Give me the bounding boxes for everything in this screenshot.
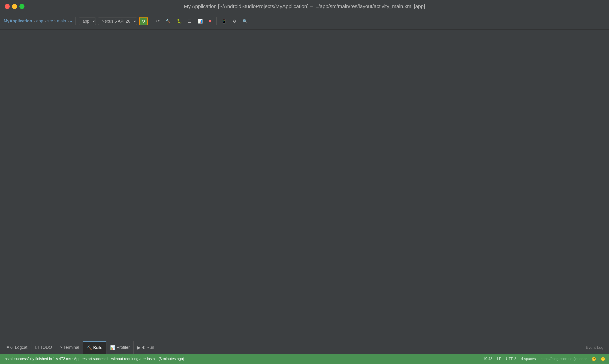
logcat-label: 6: Logcat (10, 345, 27, 350)
status-indent: 4 spaces (521, 357, 536, 361)
maximize-button[interactable] (19, 4, 25, 9)
toolbar-separator-3 (216, 17, 217, 25)
build-tool-icon: 🔨 (87, 345, 92, 351)
todo-icon: ☑ (35, 345, 39, 350)
breadcrumb-item-src[interactable]: src (47, 19, 53, 24)
run-tool-btn[interactable]: ▶ 4: Run (134, 341, 158, 354)
profile-button[interactable]: 📊 (196, 18, 204, 25)
build-button[interactable]: 🔨 (164, 18, 173, 25)
title-bar: My Application [~/AndroidStudioProjects/… (0, 0, 609, 13)
profiler-btn[interactable]: 📊 Profiler (107, 341, 134, 354)
logcat-btn[interactable]: ≡ 6: Logcat (3, 341, 31, 354)
bc-sep3: › (54, 19, 56, 24)
stop-button[interactable]: ■ (207, 18, 213, 25)
close-button[interactable] (5, 4, 10, 9)
event-log-btn[interactable]: Event Log (583, 345, 606, 350)
status-lf: LF (497, 357, 501, 361)
sync-button[interactable]: ⟳ (154, 18, 162, 25)
toolbar: MyApplication › app › src › main › ◂ app… (0, 13, 609, 29)
coverage-button[interactable]: ☰ (186, 18, 193, 25)
breadcrumb-item-app[interactable]: MyApplication (4, 19, 32, 24)
debug-button[interactable]: 🐛 (175, 18, 184, 25)
emoji-happy: 😊 (592, 357, 596, 361)
terminal-icon: > (60, 345, 62, 350)
breadcrumb-item-main[interactable]: main (57, 19, 66, 24)
toolbar-separator-2 (151, 17, 151, 25)
todo-label: TODO (40, 345, 52, 350)
terminal-btn[interactable]: > Terminal (56, 341, 83, 354)
status-time: 19:43 (483, 357, 492, 361)
logcat-icon: ≡ (6, 345, 9, 350)
bc-sep4: › (68, 19, 69, 24)
breadcrumb: MyApplication › app › src › main › ◂ (4, 19, 72, 24)
emoji-sad: 😟 (601, 357, 605, 361)
minimize-button[interactable] (12, 4, 17, 9)
search-button[interactable]: 🔍 (241, 18, 249, 25)
status-encoding: UTF-8 (506, 357, 516, 361)
profiler-label: Profiler (117, 345, 130, 350)
avd-button[interactable]: 📱 (220, 18, 229, 25)
status-url: https://blog.csdn.net/jendear (541, 357, 587, 361)
todo-btn[interactable]: ☑ TODO (31, 341, 56, 354)
status-bar: Install successfully finished in 1 s 472… (0, 354, 609, 364)
breadcrumb-item-app2[interactable]: app (36, 19, 43, 24)
run-tool-icon: ▶ (137, 345, 141, 350)
build-btn[interactable]: 🔨 Build (83, 341, 107, 354)
traffic-lights (5, 4, 25, 9)
app-config-dropdown[interactable]: app (79, 17, 96, 25)
terminal-label: Terminal (64, 345, 79, 350)
bc-sep2: › (45, 19, 46, 24)
profiler-icon: 📊 (110, 345, 115, 350)
status-message: Install successfully finished in 1 s 472… (4, 357, 184, 361)
build-label: Build (93, 345, 103, 350)
run-label: 4: Run (142, 345, 154, 350)
status-right: 19:43 LF UTF-8 4 spaces https://blog.csd… (483, 357, 605, 361)
breadcrumb-arrow[interactable]: ◂ (70, 19, 72, 24)
bc-sep: › (33, 19, 35, 24)
bottom-toolbar: ≡ 6: Logcat ☑ TODO > Terminal 🔨 Build 📊 … (0, 341, 609, 354)
sdk-button[interactable]: ⚙ (231, 18, 238, 25)
run-button[interactable]: ↺ (139, 17, 148, 25)
device-dropdown[interactable]: Nexus 5 API 26 (98, 17, 137, 25)
window-title: My Application [~/AndroidStudioProjects/… (184, 3, 425, 10)
